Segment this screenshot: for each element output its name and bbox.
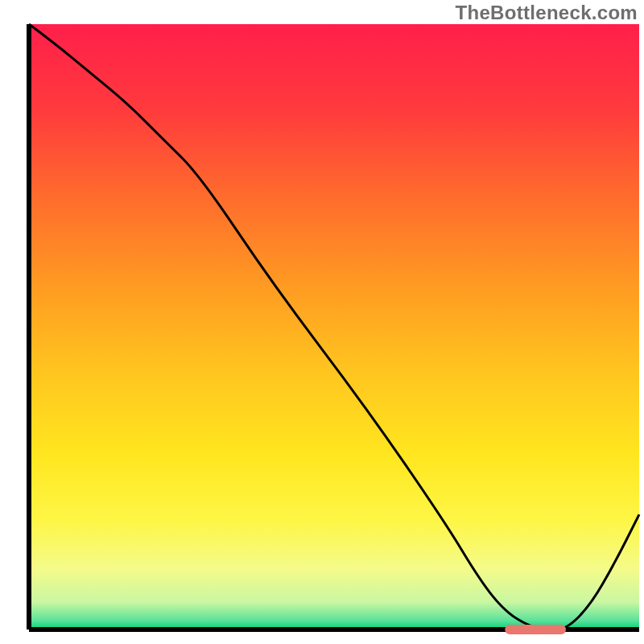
chart-container: TheBottleneck.com [0,0,644,644]
plot-background [29,24,639,630]
bottleneck-chart [0,0,644,644]
optimum-marker [505,625,566,634]
